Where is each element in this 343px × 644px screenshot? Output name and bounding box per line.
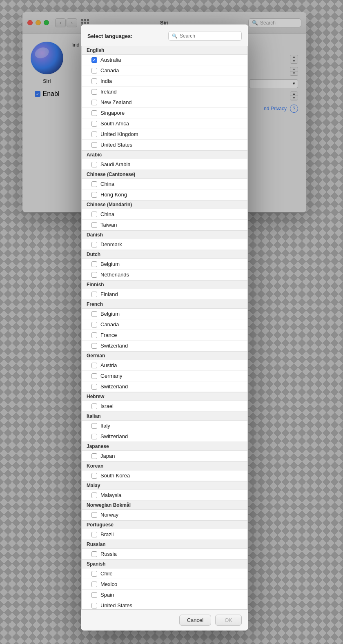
lang-item[interactable]: Singapore [82, 108, 247, 118]
lang-item[interactable]: Italy [82, 421, 247, 431]
lang-checkbox[interactable] [91, 384, 97, 390]
lang-checkbox[interactable] [91, 89, 97, 95]
lang-checkbox[interactable] [91, 68, 97, 74]
lang-checkbox[interactable] [91, 592, 97, 598]
ok-button[interactable]: OK [215, 615, 242, 626]
lang-item[interactable]: Hong Kong [82, 189, 247, 200]
lang-checkbox[interactable] [91, 142, 97, 148]
lang-group-french: French [82, 300, 247, 309]
lang-checkbox[interactable] [91, 100, 97, 105]
lang-checkbox[interactable] [91, 222, 97, 228]
lang-item[interactable]: Mexico [82, 579, 247, 590]
lang-item[interactable]: South Africa [82, 118, 247, 129]
lang-name: Switzerland [100, 343, 128, 349]
lang-item[interactable]: Switzerland [82, 341, 247, 351]
lang-item[interactable]: Canada [82, 65, 247, 76]
lang-name: Spain [100, 592, 114, 598]
lang-group-portuguese: Portuguese [82, 520, 247, 529]
lang-checkbox[interactable] [91, 582, 97, 587]
lang-name: United States [100, 142, 132, 148]
lang-checkbox[interactable] [91, 272, 97, 278]
search-icon: 🔍 [172, 33, 178, 39]
lang-checkbox[interactable] [91, 343, 97, 349]
lang-name: Singapore [100, 110, 125, 116]
lang-checkbox[interactable] [91, 373, 97, 379]
lang-item[interactable]: China [82, 209, 247, 220]
lang-item[interactable]: China [82, 179, 247, 189]
lang-checkbox[interactable] [91, 322, 97, 328]
lang-group-chinese-(cantonese): Chinese (Cantonese) [82, 170, 247, 179]
lang-item[interactable]: Spain [82, 590, 247, 600]
lang-item[interactable]: United States [82, 140, 247, 150]
lang-item[interactable]: France [82, 330, 247, 341]
search-field[interactable]: 🔍 [168, 31, 242, 41]
lang-item[interactable]: South Korea [82, 470, 247, 481]
lang-checkbox[interactable] [91, 212, 97, 217]
lang-item[interactable]: Belgium [82, 309, 247, 319]
lang-name: Malaysia [100, 492, 121, 498]
lang-item[interactable]: Malaysia [82, 490, 247, 501]
lang-name: Hong Kong [100, 192, 127, 198]
lang-checkbox[interactable] [91, 492, 97, 498]
lang-checkbox[interactable] [91, 453, 97, 459]
lang-checkbox[interactable] [91, 434, 97, 439]
lang-item[interactable]: Israel [82, 401, 247, 412]
lang-checkbox[interactable] [91, 121, 97, 127]
lang-checkbox[interactable] [91, 512, 97, 518]
lang-group-arabic: Arabic [82, 150, 247, 159]
lang-item[interactable]: Russia [82, 549, 247, 559]
lang-item[interactable]: Switzerland [82, 381, 247, 392]
lang-name: Switzerland [100, 383, 128, 390]
lang-checkbox[interactable] [91, 603, 97, 608]
lang-checkbox[interactable] [91, 571, 97, 577]
lang-item[interactable]: Taiwan [82, 220, 247, 230]
lang-item[interactable]: United States [82, 600, 247, 609]
lang-name: Belgium [100, 261, 120, 267]
lang-name: Canada [100, 321, 119, 328]
cancel-button[interactable]: Cancel [179, 615, 211, 626]
lang-checkbox[interactable] [91, 57, 97, 63]
lang-item[interactable]: Brazil [82, 529, 247, 540]
lang-checkbox[interactable] [91, 311, 97, 317]
lang-item[interactable]: Finland [82, 289, 247, 300]
lang-item[interactable]: Switzerland [82, 431, 247, 442]
lang-checkbox[interactable] [91, 181, 97, 187]
lang-checkbox[interactable] [91, 242, 97, 247]
lang-item[interactable]: Belgium [82, 259, 247, 270]
lang-item[interactable]: Japan [82, 451, 247, 461]
lang-checkbox[interactable] [91, 403, 97, 409]
lang-checkbox[interactable] [91, 131, 97, 137]
lang-item[interactable]: Canada [82, 319, 247, 330]
lang-item[interactable]: Austria [82, 360, 247, 371]
lang-item[interactable]: Norway [82, 510, 247, 520]
lang-checkbox[interactable] [91, 473, 97, 479]
lang-checkbox[interactable] [91, 292, 97, 297]
lang-item[interactable]: Ireland [82, 87, 247, 97]
lang-checkbox[interactable] [91, 192, 97, 198]
lang-item[interactable]: Denmark [82, 239, 247, 250]
lang-checkbox[interactable] [91, 110, 97, 116]
lang-item[interactable]: Netherlands [82, 270, 247, 280]
lang-item[interactable]: India [82, 76, 247, 87]
lang-name: New Zealand [100, 99, 132, 105]
lang-item[interactable]: New Zealand [82, 97, 247, 108]
lang-name: Chile [100, 570, 113, 577]
lang-item[interactable]: Saudi Arabia [82, 159, 247, 170]
lang-group-malay: Malay [82, 481, 247, 490]
lang-item[interactable]: United Kingdom [82, 129, 247, 140]
lang-checkbox[interactable] [91, 363, 97, 368]
lang-checkbox[interactable] [91, 532, 97, 537]
lang-checkbox[interactable] [91, 162, 97, 167]
lang-checkbox[interactable] [91, 332, 97, 338]
lang-checkbox[interactable] [91, 423, 97, 429]
lang-checkbox[interactable] [91, 261, 97, 267]
search-input[interactable] [180, 33, 238, 39]
lang-checkbox[interactable] [91, 551, 97, 557]
lang-item[interactable]: Chile [82, 568, 247, 579]
lang-checkbox[interactable] [91, 78, 97, 84]
lang-item[interactable]: Australia [82, 55, 247, 65]
lang-name: Mexico [100, 581, 117, 587]
lang-group-hebrew: Hebrew [82, 392, 247, 401]
lang-item[interactable]: Germany [82, 371, 247, 381]
lang-name: Ireland [100, 89, 117, 95]
